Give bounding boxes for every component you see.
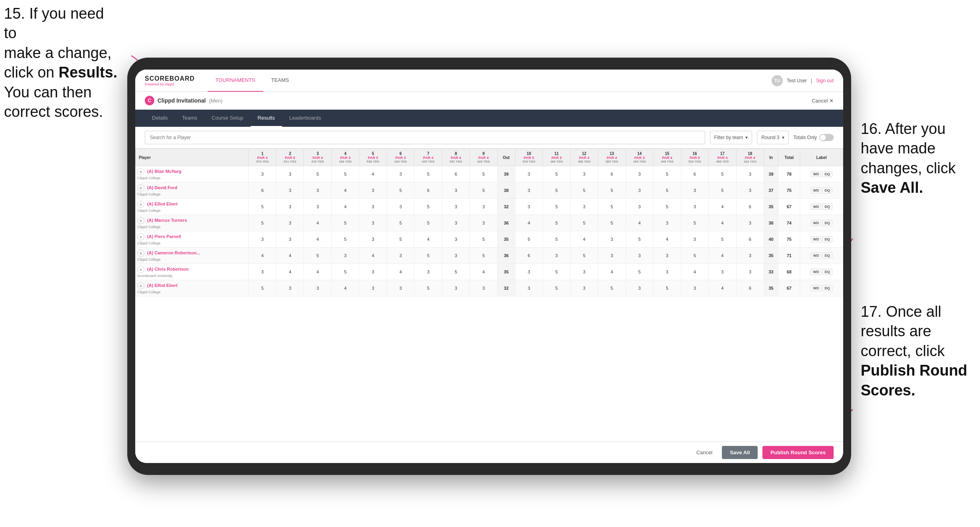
hole-2-score[interactable]: 3 [276,182,304,199]
hole-13-score[interactable]: 5 [598,215,626,231]
hole-5-score[interactable]: 3 [359,199,387,215]
hole-7-score[interactable]: 3 [414,264,442,280]
hole-10-score[interactable]: 5 [515,231,543,248]
hole-1-score[interactable]: 3 [249,166,276,182]
hole-18-score[interactable]: 3 [736,248,764,264]
hole-8-score[interactable]: 3 [442,280,470,296]
hole-13-score[interactable]: 3 [598,231,626,248]
hole-2-score[interactable]: 3 [276,215,304,231]
hole-16-score[interactable]: 5 [681,248,709,264]
hole-11-score[interactable]: 5 [543,280,571,296]
hole-11-score[interactable]: 5 [543,166,571,182]
hole-18-score[interactable]: 3 [736,264,764,280]
hole-17-score[interactable]: 4 [709,248,737,264]
hole-14-score[interactable]: 3 [626,166,653,182]
player-name[interactable]: (A) Blair McHarg [147,169,181,174]
hole-9-score[interactable]: 5 [470,166,498,182]
hole-4-score[interactable]: 5 [331,215,359,231]
hole-4-score[interactable]: 5 [331,231,359,248]
hole-4-score[interactable]: 3 [331,248,359,264]
hole-11-score[interactable]: 5 [543,231,571,248]
hole-14-score[interactable]: 3 [626,248,653,264]
hole-17-score[interactable]: 3 [709,264,737,280]
hole-4-score[interactable]: 5 [331,264,359,280]
hole-16-score[interactable]: 5 [681,215,709,231]
hole-1-score[interactable]: 3 [249,231,276,248]
hole-10-score[interactable]: 6 [515,248,543,264]
hole-3-score[interactable]: 5 [304,166,332,182]
hole-6-score[interactable]: 5 [387,231,414,248]
hole-1-score[interactable]: 5 [249,199,276,215]
hole-12-score[interactable]: 3 [570,166,598,182]
hole-4-score[interactable]: 4 [331,182,359,199]
hole-6-score[interactable]: 3 [387,248,414,264]
hole-15-score[interactable]: 5 [653,166,681,182]
nav-tournaments[interactable]: TOURNAMENTS [208,70,263,92]
hole-5-score[interactable]: 3 [359,182,387,199]
hole-14-score[interactable]: 3 [626,199,653,215]
hole-2-score[interactable]: 3 [276,199,304,215]
hole-12-score[interactable]: 4 [570,231,598,248]
hole-16-score[interactable]: 3 [681,231,709,248]
hole-6-score[interactable]: 3 [387,280,414,296]
hole-15-score[interactable]: 4 [653,231,681,248]
wd-button[interactable]: WD [811,220,821,226]
hole-12-score[interactable]: 3 [570,199,598,215]
dq-button[interactable]: DQ [822,285,832,291]
tab-leaderboards[interactable]: Leaderboards [282,110,328,127]
hole-14-score[interactable]: 5 [626,231,653,248]
publish-round-scores-button[interactable]: Publish Round Scores [762,446,834,459]
hole-15-score[interactable]: 3 [653,248,681,264]
hole-7-score[interactable]: 4 [414,231,442,248]
hole-18-score[interactable]: 6 [736,199,764,215]
wd-button[interactable]: WD [811,285,821,291]
hole-10-score[interactable]: 3 [515,166,543,182]
wd-button[interactable]: WD [811,171,821,177]
wd-button[interactable]: WD [811,236,821,242]
dq-button[interactable]: DQ [822,269,832,275]
hole-1-score[interactable]: 5 [249,280,276,296]
hole-15-score[interactable]: 3 [653,264,681,280]
wd-button[interactable]: WD [811,269,821,275]
sign-out-link[interactable]: Sign out [816,78,834,83]
hole-2-score[interactable]: 3 [276,231,304,248]
hole-10-score[interactable]: 3 [515,264,543,280]
hole-13-score[interactable]: 6 [598,166,626,182]
hole-7-score[interactable]: 5 [414,199,442,215]
hole-5-score[interactable]: 3 [359,264,387,280]
hole-4-score[interactable]: 4 [331,199,359,215]
hole-17-score[interactable]: 4 [709,215,737,231]
hole-12-score[interactable]: 5 [570,248,598,264]
dq-button[interactable]: DQ [822,220,832,226]
hole-1-score[interactable]: 4 [249,248,276,264]
hole-17-score[interactable]: 5 [709,166,737,182]
hole-8-score[interactable]: 6 [442,166,470,182]
hole-3-score[interactable]: 5 [304,248,332,264]
hole-10-score[interactable]: 3 [515,280,543,296]
hole-18-score[interactable]: 6 [736,231,764,248]
hole-3-score[interactable]: 4 [304,264,332,280]
tab-course-setup[interactable]: Course Setup [204,110,251,127]
hole-13-score[interactable]: 5 [598,182,626,199]
hole-4-score[interactable]: 5 [331,166,359,182]
hole-10-score[interactable]: 4 [515,215,543,231]
dq-button[interactable]: DQ [822,236,832,242]
hole-11-score[interactable]: 5 [543,264,571,280]
hole-14-score[interactable]: 3 [626,280,653,296]
dq-button[interactable]: DQ [822,203,832,210]
tab-results[interactable]: Results [251,110,282,127]
hole-5-score[interactable]: 3 [359,280,387,296]
hole-18-score[interactable]: 3 [736,215,764,231]
hole-1-score[interactable]: 3 [249,264,276,280]
hole-15-score[interactable]: 5 [653,280,681,296]
totals-only-toggle[interactable] [819,134,834,141]
hole-8-score[interactable]: 3 [442,215,470,231]
hole-13-score[interactable]: 5 [598,280,626,296]
hole-16-score[interactable]: 3 [681,182,709,199]
player-name[interactable]: (A) Marcus Turners [147,218,187,223]
player-name[interactable]: (A) Chris Robertson [147,267,189,271]
hole-2-score[interactable]: 3 [276,280,304,296]
dq-button[interactable]: DQ [822,252,832,259]
wd-button[interactable]: WD [811,252,821,259]
player-name[interactable]: (A) David Ford [147,185,177,190]
